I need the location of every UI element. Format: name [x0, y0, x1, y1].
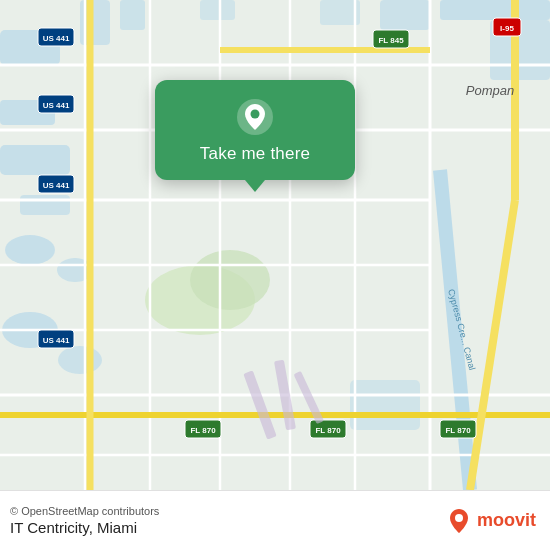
svg-point-16: [58, 346, 102, 374]
svg-point-63: [251, 110, 260, 119]
location-city: , Miami: [89, 519, 137, 536]
moovit-logo: moovit: [445, 507, 536, 535]
popup-label: Take me there: [200, 144, 310, 164]
bottom-bar: © OpenStreetMap contributors IT Centrici…: [0, 490, 550, 550]
svg-text:US 441: US 441: [43, 34, 70, 43]
svg-rect-4: [20, 195, 70, 215]
svg-point-13: [5, 235, 55, 265]
svg-point-18: [190, 250, 270, 310]
map-background: US 441 US 441 US 441 US 441 FL 845 FL 87…: [0, 0, 550, 490]
moovit-icon: [445, 507, 473, 535]
map-container: US 441 US 441 US 441 US 441 FL 845 FL 87…: [0, 0, 550, 490]
svg-point-64: [455, 514, 463, 522]
svg-rect-8: [380, 0, 430, 30]
svg-text:Pompan: Pompan: [466, 83, 514, 98]
svg-text:US 441: US 441: [43, 181, 70, 190]
svg-text:US 441: US 441: [43, 336, 70, 345]
location-info: IT Centricity, Miami: [10, 519, 159, 537]
svg-text:FL 870: FL 870: [445, 426, 471, 435]
svg-rect-6: [120, 0, 145, 30]
svg-text:FL 845: FL 845: [378, 36, 404, 45]
svg-rect-12: [200, 0, 235, 20]
map-popup[interactable]: Take me there: [155, 80, 355, 180]
location-name: IT Centricity: [10, 519, 89, 536]
svg-rect-19: [350, 380, 420, 430]
moovit-text: moovit: [477, 510, 536, 531]
svg-rect-9: [440, 0, 550, 20]
bottom-left: © OpenStreetMap contributors IT Centrici…: [10, 505, 159, 537]
svg-text:FL 870: FL 870: [190, 426, 216, 435]
location-pin-icon: [236, 98, 274, 136]
svg-text:FL 870: FL 870: [315, 426, 341, 435]
svg-text:I-95: I-95: [500, 24, 514, 33]
svg-text:US 441: US 441: [43, 101, 70, 110]
osm-credit: © OpenStreetMap contributors: [10, 505, 159, 517]
svg-rect-3: [0, 145, 70, 175]
